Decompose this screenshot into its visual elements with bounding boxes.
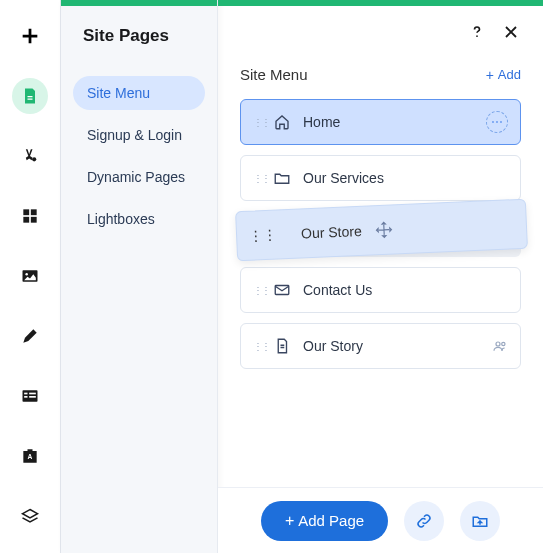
nav-site-menu[interactable]: Site Menu bbox=[73, 76, 205, 110]
svg-rect-10 bbox=[24, 396, 27, 398]
footer: Add Page bbox=[218, 487, 543, 553]
add-icon[interactable] bbox=[12, 18, 48, 54]
svg-rect-3 bbox=[23, 217, 29, 223]
media-icon[interactable] bbox=[12, 258, 48, 294]
svg-rect-1 bbox=[23, 209, 29, 215]
page-item-home[interactable]: ⋮⋮ Home ⋯ bbox=[240, 99, 521, 145]
link-button[interactable] bbox=[404, 501, 444, 541]
page-item-story[interactable]: ⋮⋮ Our Story bbox=[240, 323, 521, 369]
apps-icon[interactable] bbox=[12, 198, 48, 234]
help-icon[interactable] bbox=[467, 22, 487, 42]
cms-icon[interactable] bbox=[12, 378, 48, 414]
page-label: Our Story bbox=[303, 338, 480, 354]
business-icon[interactable]: A bbox=[12, 438, 48, 474]
nav-dynamic-pages[interactable]: Dynamic Pages bbox=[73, 160, 205, 194]
drag-handle-icon[interactable]: ⋮⋮ bbox=[253, 173, 261, 184]
icon-rail: A bbox=[0, 0, 60, 553]
pen-icon[interactable] bbox=[12, 318, 48, 354]
content-area: Site Menu Add ⋮⋮ Home ⋯ ⋮⋮ bbox=[218, 58, 543, 553]
page-label: Contact Us bbox=[303, 282, 508, 298]
page-item-contact[interactable]: ⋮⋮ Contact Us bbox=[240, 267, 521, 313]
drag-handle-icon[interactable]: ⋮⋮ bbox=[253, 285, 261, 296]
svg-rect-2 bbox=[31, 209, 37, 215]
panel-title: Site Pages bbox=[83, 26, 169, 46]
right-panel: Site Menu Add ⋮⋮ Home ⋯ ⋮⋮ bbox=[218, 0, 543, 553]
panel-header: Site Pages bbox=[61, 4, 217, 62]
add-link[interactable]: Add bbox=[486, 67, 521, 83]
page-label: Our Store bbox=[301, 223, 362, 242]
home-icon bbox=[273, 113, 291, 131]
page-item-services[interactable]: ⋮⋮ Our Services bbox=[240, 155, 521, 201]
left-nav: Site Menu Signup & Login Dynamic Pages L… bbox=[61, 62, 217, 258]
drag-handle-icon[interactable]: ⋮⋮ bbox=[253, 341, 261, 352]
section-title: Site Menu bbox=[240, 66, 308, 83]
theme-icon[interactable] bbox=[12, 138, 48, 174]
page-icon bbox=[273, 337, 291, 355]
drag-handle-icon[interactable]: ⋮⋮ bbox=[249, 227, 278, 244]
folder-button[interactable] bbox=[460, 501, 500, 541]
svg-rect-4 bbox=[31, 217, 37, 223]
left-panel: Site Pages Site Menu Signup & Login Dyna… bbox=[60, 0, 218, 553]
nav-lightboxes[interactable]: Lightboxes bbox=[73, 202, 205, 236]
svg-rect-9 bbox=[29, 393, 36, 395]
svg-point-13 bbox=[476, 35, 478, 37]
accent-bar bbox=[218, 0, 543, 6]
page-item-store-dragging[interactable]: ⋮⋮ Our Store bbox=[240, 211, 521, 257]
svg-point-17 bbox=[502, 342, 505, 345]
svg-point-16 bbox=[496, 342, 500, 346]
svg-rect-8 bbox=[24, 393, 27, 395]
svg-point-6 bbox=[25, 273, 28, 276]
layers-icon[interactable] bbox=[12, 499, 48, 535]
accent-bar bbox=[61, 0, 217, 6]
members-icon bbox=[492, 338, 508, 354]
folder-icon bbox=[273, 169, 291, 187]
mail-icon bbox=[273, 281, 291, 299]
page-list: ⋮⋮ Home ⋯ ⋮⋮ Our Services bbox=[240, 99, 521, 369]
page-label: Home bbox=[303, 114, 474, 130]
svg-text:A: A bbox=[28, 453, 33, 460]
page-label: Our Services bbox=[303, 170, 508, 186]
move-cursor-icon bbox=[373, 219, 394, 240]
pages-icon[interactable] bbox=[12, 78, 48, 114]
svg-rect-11 bbox=[29, 396, 36, 398]
more-icon[interactable]: ⋯ bbox=[486, 111, 508, 133]
drag-handle-icon[interactable]: ⋮⋮ bbox=[253, 117, 261, 128]
content-header bbox=[218, 0, 543, 58]
svg-point-0 bbox=[32, 157, 36, 161]
nav-signup-login[interactable]: Signup & Login bbox=[73, 118, 205, 152]
add-page-button[interactable]: Add Page bbox=[261, 501, 388, 541]
close-icon[interactable] bbox=[501, 22, 521, 42]
